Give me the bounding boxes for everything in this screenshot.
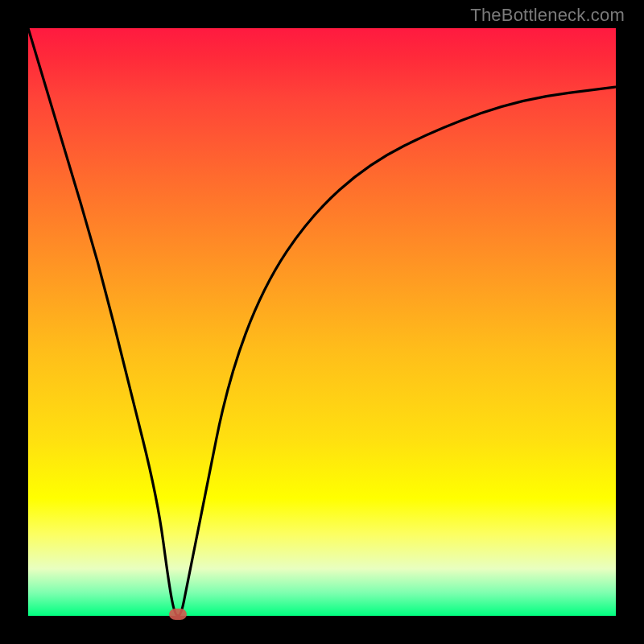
plot-area xyxy=(28,28,616,616)
attribution-text: TheBottleneck.com xyxy=(470,5,625,26)
chart-frame: TheBottleneck.com xyxy=(0,0,644,644)
bottleneck-curve xyxy=(28,28,616,616)
optimum-marker xyxy=(169,609,187,620)
